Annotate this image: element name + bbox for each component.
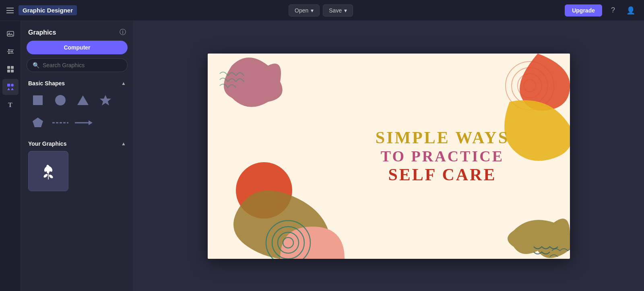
- search-input[interactable]: [43, 62, 122, 68]
- your-graphics-section-header[interactable]: Your Graphics ▲: [21, 139, 133, 151]
- basic-shapes-label: Basic Shapes: [28, 80, 65, 87]
- main-layout: T Graphics ⓘ Computer 🔍 Basic Shapes ▲: [0, 21, 644, 291]
- svg-rect-8: [7, 66, 10, 69]
- upgrade-button[interactable]: Upgrade: [565, 4, 602, 17]
- shape-line[interactable]: [51, 113, 70, 132]
- your-graphics-label: Your Graphics: [28, 140, 66, 147]
- shape-circle[interactable]: [51, 91, 70, 110]
- svg-rect-17: [33, 95, 43, 105]
- sidebar-item-text[interactable]: T: [2, 97, 19, 113]
- panel-title: Graphics: [28, 29, 56, 36]
- sidebar-item-filter[interactable]: [2, 43, 19, 60]
- shapes-icon: [6, 83, 14, 91]
- svg-point-4: [8, 52, 10, 54]
- graphics-panel: Graphics ⓘ Computer 🔍 Basic Shapes ▲: [21, 21, 134, 291]
- topbar-center: Open ▾ Save ▾: [289, 4, 353, 17]
- svg-marker-20: [100, 95, 111, 105]
- open-label: Open: [295, 7, 308, 14]
- topbar-right: Upgrade ? 👤: [565, 4, 638, 17]
- topbar: Graphic Designer Open ▾ Save ▾ Upgrade ?…: [0, 0, 644, 21]
- canvas-line3: SELF CARE: [376, 165, 509, 184]
- basic-shapes-section-header[interactable]: Basic Shapes ▲: [21, 78, 133, 91]
- basic-shapes-chevron-icon: ▲: [121, 80, 126, 86]
- app-title: Graphic Designer: [19, 5, 77, 15]
- svg-rect-11: [11, 70, 14, 72]
- svg-marker-24: [89, 120, 93, 125]
- svg-rect-9: [11, 66, 14, 69]
- save-label: Save: [329, 7, 342, 14]
- sidebar-item-shapes[interactable]: [2, 79, 19, 95]
- graphic-thumb-flower[interactable]: [28, 151, 68, 191]
- hamburger-menu[interactable]: [6, 8, 14, 13]
- panel-header: Graphics ⓘ: [21, 21, 133, 41]
- shape-triangle[interactable]: [73, 91, 93, 110]
- text-icon: T: [6, 101, 14, 109]
- sidebar-item-image[interactable]: [2, 26, 19, 42]
- shape-arrow[interactable]: [73, 113, 93, 132]
- search-bar[interactable]: 🔍: [27, 58, 128, 72]
- canvas-area[interactable]: SIMPLE WAYS TO PRACTICE SELF CARE: [134, 21, 644, 291]
- search-icon: 🔍: [33, 62, 39, 68]
- svg-rect-10: [7, 70, 10, 72]
- shape-pentagon[interactable]: [28, 113, 47, 132]
- help-icon: ?: [611, 6, 615, 14]
- svg-marker-21: [33, 118, 43, 127]
- svg-marker-14: [7, 88, 10, 90]
- canvas-line2: TO PRACTICE: [376, 147, 509, 165]
- layout-icon: [6, 65, 14, 73]
- image-icon: [6, 30, 14, 38]
- design-canvas[interactable]: SIMPLE WAYS TO PRACTICE SELF CARE: [208, 54, 570, 259]
- svg-point-18: [55, 95, 66, 105]
- canvas-text: SIMPLE WAYS TO PRACTICE SELF CARE: [376, 128, 509, 184]
- shapes-grid: [21, 91, 133, 139]
- panel-info-icon[interactable]: ⓘ: [120, 28, 126, 37]
- svg-point-30: [43, 173, 48, 178]
- svg-marker-19: [77, 95, 89, 105]
- canvas-line1: SIMPLE WAYS: [376, 128, 509, 147]
- sidebar-item-layout[interactable]: [2, 61, 19, 77]
- save-chevron-icon: ▾: [344, 7, 347, 14]
- svg-point-13: [11, 84, 14, 87]
- icon-sidebar: T: [0, 21, 21, 291]
- svg-text:T: T: [8, 101, 12, 108]
- shape-star[interactable]: [96, 91, 115, 110]
- svg-point-3: [11, 51, 13, 52]
- flower-graphic: [38, 161, 58, 181]
- your-graphics-grid: [21, 151, 133, 198]
- topbar-left: Graphic Designer: [6, 5, 77, 15]
- help-button[interactable]: ?: [606, 4, 620, 17]
- open-button[interactable]: Open ▾: [289, 4, 320, 17]
- your-graphics-chevron-icon: ▲: [121, 141, 126, 147]
- open-chevron-icon: ▾: [311, 7, 314, 14]
- filter-icon: [6, 47, 14, 56]
- account-button[interactable]: 👤: [624, 4, 638, 17]
- svg-point-2: [8, 49, 10, 51]
- account-icon: 👤: [626, 6, 635, 15]
- save-button[interactable]: Save ▾: [323, 4, 353, 17]
- shape-square[interactable]: [28, 91, 47, 110]
- computer-button[interactable]: Computer: [27, 41, 128, 54]
- svg-rect-12: [7, 84, 10, 87]
- svg-marker-15: [11, 88, 14, 90]
- svg-point-31: [48, 174, 54, 179]
